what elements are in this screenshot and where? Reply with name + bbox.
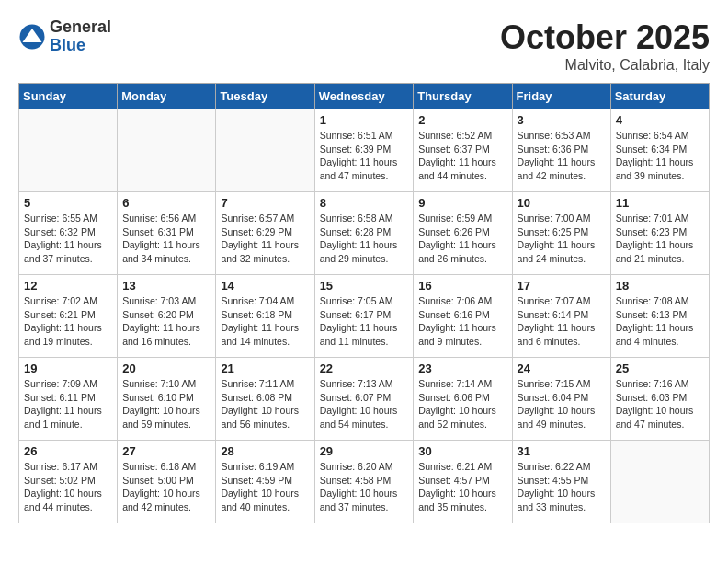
day-cell: 31Sunrise: 6:22 AM Sunset: 4:55 PM Dayli… <box>512 441 610 523</box>
day-info: Sunrise: 7:10 AM Sunset: 6:10 PM Dayligh… <box>122 377 210 431</box>
day-cell: 22Sunrise: 7:13 AM Sunset: 6:07 PM Dayli… <box>314 358 414 441</box>
day-cell: 26Sunrise: 6:17 AM Sunset: 5:02 PM Dayli… <box>19 441 118 523</box>
day-cell: 8Sunrise: 6:58 AM Sunset: 6:28 PM Daylig… <box>314 192 414 275</box>
month-title: October 2025 <box>500 18 710 57</box>
day-info: Sunrise: 7:11 AM Sunset: 6:08 PM Dayligh… <box>221 377 309 431</box>
day-cell: 16Sunrise: 7:06 AM Sunset: 6:16 PM Dayli… <box>414 275 512 358</box>
day-number: 7 <box>221 196 309 210</box>
logo-blue: Blue <box>50 36 85 54</box>
day-number: 29 <box>320 444 409 458</box>
day-info: Sunrise: 6:58 AM Sunset: 6:28 PM Dayligh… <box>320 212 409 266</box>
day-cell: 12Sunrise: 7:02 AM Sunset: 6:21 PM Dayli… <box>19 275 118 358</box>
day-cell <box>19 109 118 192</box>
day-number: 11 <box>616 196 704 210</box>
week-row-1: 1Sunrise: 6:51 AM Sunset: 6:39 PM Daylig… <box>19 109 710 192</box>
day-info: Sunrise: 7:04 AM Sunset: 6:18 PM Dayligh… <box>221 294 309 349</box>
day-info: Sunrise: 6:55 AM Sunset: 6:32 PM Dayligh… <box>24 212 112 266</box>
day-info: Sunrise: 7:00 AM Sunset: 6:25 PM Dayligh… <box>518 212 606 266</box>
day-cell: 14Sunrise: 7:04 AM Sunset: 6:18 PM Dayli… <box>216 275 314 358</box>
day-cell: 6Sunrise: 6:56 AM Sunset: 6:31 PM Daylig… <box>118 192 216 275</box>
day-number: 16 <box>418 279 506 293</box>
day-number: 25 <box>616 362 704 375</box>
day-number: 12 <box>24 279 112 293</box>
day-info: Sunrise: 7:16 AM Sunset: 6:03 PM Dayligh… <box>616 377 704 431</box>
day-cell <box>610 441 709 523</box>
day-info: Sunrise: 6:18 AM Sunset: 5:00 PM Dayligh… <box>122 460 210 514</box>
logo-general: General <box>50 17 111 36</box>
day-cell: 9Sunrise: 6:59 AM Sunset: 6:26 PM Daylig… <box>414 192 512 275</box>
day-cell: 7Sunrise: 6:57 AM Sunset: 6:29 PM Daylig… <box>216 192 314 275</box>
day-number: 28 <box>221 444 309 458</box>
day-number: 2 <box>418 113 506 127</box>
column-header-friday: Friday <box>512 84 610 109</box>
calendar-header-row: SundayMondayTuesdayWednesdayThursdayFrid… <box>19 84 710 109</box>
day-cell: 25Sunrise: 7:16 AM Sunset: 6:03 PM Dayli… <box>610 358 709 441</box>
day-cell: 15Sunrise: 7:05 AM Sunset: 6:17 PM Dayli… <box>314 275 414 358</box>
logo: General Blue <box>18 18 111 55</box>
day-info: Sunrise: 7:03 AM Sunset: 6:20 PM Dayligh… <box>122 294 210 349</box>
day-cell: 2Sunrise: 6:52 AM Sunset: 6:37 PM Daylig… <box>414 109 512 192</box>
day-cell: 20Sunrise: 7:10 AM Sunset: 6:10 PM Dayli… <box>118 358 216 441</box>
day-info: Sunrise: 6:59 AM Sunset: 6:26 PM Dayligh… <box>418 212 506 266</box>
day-info: Sunrise: 7:15 AM Sunset: 6:04 PM Dayligh… <box>518 377 606 431</box>
day-info: Sunrise: 6:21 AM Sunset: 4:57 PM Dayligh… <box>418 460 506 514</box>
day-cell: 11Sunrise: 7:01 AM Sunset: 6:23 PM Dayli… <box>610 192 709 275</box>
day-info: Sunrise: 6:20 AM Sunset: 4:58 PM Dayligh… <box>320 460 409 514</box>
location-title: Malvito, Calabria, Italy <box>500 57 710 74</box>
day-cell <box>216 109 314 192</box>
day-number: 19 <box>24 362 112 375</box>
day-number: 9 <box>418 196 506 210</box>
day-info: Sunrise: 7:01 AM Sunset: 6:23 PM Dayligh… <box>616 212 704 266</box>
day-number: 24 <box>518 362 606 375</box>
day-info: Sunrise: 7:13 AM Sunset: 6:07 PM Dayligh… <box>320 377 409 431</box>
day-number: 21 <box>221 362 309 375</box>
page-header: General Blue October 2025 Malvito, Calab… <box>18 18 710 74</box>
week-row-2: 5Sunrise: 6:55 AM Sunset: 6:32 PM Daylig… <box>19 192 710 275</box>
day-cell: 3Sunrise: 6:53 AM Sunset: 6:36 PM Daylig… <box>512 109 610 192</box>
day-info: Sunrise: 6:17 AM Sunset: 5:02 PM Dayligh… <box>24 460 112 514</box>
day-cell: 4Sunrise: 6:54 AM Sunset: 6:34 PM Daylig… <box>610 109 709 192</box>
day-number: 30 <box>418 444 506 458</box>
logo-icon <box>18 23 46 51</box>
day-cell: 24Sunrise: 7:15 AM Sunset: 6:04 PM Dayli… <box>512 358 610 441</box>
day-number: 3 <box>518 113 606 127</box>
day-info: Sunrise: 7:09 AM Sunset: 6:11 PM Dayligh… <box>24 377 112 431</box>
day-number: 8 <box>320 196 409 210</box>
day-cell: 1Sunrise: 6:51 AM Sunset: 6:39 PM Daylig… <box>314 109 414 192</box>
day-number: 20 <box>122 362 210 375</box>
week-row-4: 19Sunrise: 7:09 AM Sunset: 6:11 PM Dayli… <box>19 358 710 441</box>
day-info: Sunrise: 7:05 AM Sunset: 6:17 PM Dayligh… <box>320 294 409 349</box>
day-info: Sunrise: 6:57 AM Sunset: 6:29 PM Dayligh… <box>221 212 309 266</box>
column-header-tuesday: Tuesday <box>216 84 314 109</box>
day-info: Sunrise: 7:02 AM Sunset: 6:21 PM Dayligh… <box>24 294 112 349</box>
column-header-sunday: Sunday <box>19 84 118 109</box>
day-info: Sunrise: 7:07 AM Sunset: 6:14 PM Dayligh… <box>518 294 606 349</box>
day-info: Sunrise: 6:51 AM Sunset: 6:39 PM Dayligh… <box>320 129 409 183</box>
day-info: Sunrise: 6:56 AM Sunset: 6:31 PM Dayligh… <box>122 212 210 266</box>
week-row-3: 12Sunrise: 7:02 AM Sunset: 6:21 PM Dayli… <box>19 275 710 358</box>
day-number: 13 <box>122 279 210 293</box>
day-number: 4 <box>616 113 704 127</box>
column-header-wednesday: Wednesday <box>314 84 414 109</box>
day-info: Sunrise: 7:06 AM Sunset: 6:16 PM Dayligh… <box>418 294 506 349</box>
calendar-table: SundayMondayTuesdayWednesdayThursdayFrid… <box>18 83 710 523</box>
day-cell <box>118 109 216 192</box>
day-cell: 17Sunrise: 7:07 AM Sunset: 6:14 PM Dayli… <box>512 275 610 358</box>
week-row-5: 26Sunrise: 6:17 AM Sunset: 5:02 PM Dayli… <box>19 441 710 523</box>
day-number: 22 <box>320 362 409 375</box>
day-number: 18 <box>616 279 704 293</box>
day-number: 15 <box>320 279 409 293</box>
day-number: 23 <box>418 362 506 375</box>
day-number: 10 <box>518 196 606 210</box>
column-header-monday: Monday <box>118 84 216 109</box>
day-number: 5 <box>24 196 112 210</box>
column-header-thursday: Thursday <box>414 84 512 109</box>
day-cell: 29Sunrise: 6:20 AM Sunset: 4:58 PM Dayli… <box>314 441 414 523</box>
logo-text: General Blue <box>50 18 111 55</box>
day-info: Sunrise: 6:54 AM Sunset: 6:34 PM Dayligh… <box>616 129 704 183</box>
day-cell: 28Sunrise: 6:19 AM Sunset: 4:59 PM Dayli… <box>216 441 314 523</box>
day-cell: 27Sunrise: 6:18 AM Sunset: 5:00 PM Dayli… <box>118 441 216 523</box>
day-cell: 10Sunrise: 7:00 AM Sunset: 6:25 PM Dayli… <box>512 192 610 275</box>
day-cell: 23Sunrise: 7:14 AM Sunset: 6:06 PM Dayli… <box>414 358 512 441</box>
day-cell: 5Sunrise: 6:55 AM Sunset: 6:32 PM Daylig… <box>19 192 118 275</box>
